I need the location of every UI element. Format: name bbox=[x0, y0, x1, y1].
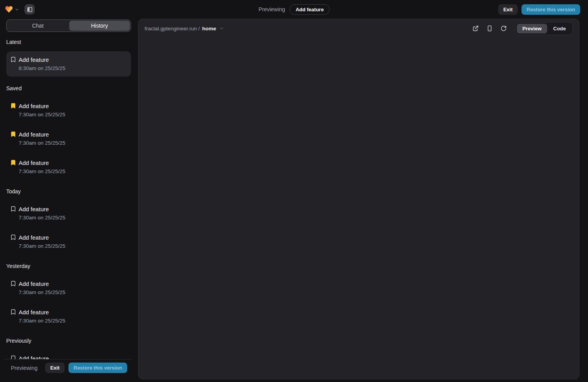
version-title: Add feature bbox=[19, 130, 127, 139]
tab-code[interactable]: Code bbox=[548, 24, 572, 33]
preview-content[interactable] bbox=[138, 38, 579, 379]
chevron-down-icon bbox=[15, 7, 19, 12]
workspace-menu[interactable] bbox=[5, 5, 19, 14]
bookmark-filled-icon[interactable] bbox=[10, 159, 16, 166]
bookmark-icon[interactable] bbox=[10, 206, 16, 212]
version-time: 7:30am on 25/25/25 bbox=[19, 139, 127, 147]
breadcrumb[interactable]: fractal.gptengineer.run / home bbox=[145, 26, 224, 32]
restore-version-button-footer[interactable]: Restore this version bbox=[68, 363, 127, 373]
list-item[interactable]: Add feature 7:30am on 25/25/25 bbox=[6, 229, 131, 254]
previewing-status: Previewing bbox=[11, 365, 37, 371]
bookmark-icon[interactable] bbox=[10, 355, 16, 359]
version-time: 7:30am on 25/25/25 bbox=[19, 317, 127, 325]
bookmark-filled-icon[interactable] bbox=[10, 131, 16, 137]
version-time: 7:30am on 25/25/25 bbox=[19, 110, 127, 119]
bookmark-icon[interactable] bbox=[10, 234, 16, 240]
version-time: 8:30am on 25/25/25 bbox=[19, 64, 127, 73]
version-title: Add feature bbox=[19, 102, 127, 110]
sidebar-toggle-button[interactable] bbox=[24, 4, 35, 14]
top-bar: Previewing Add feature Exit Restore this… bbox=[0, 0, 588, 19]
version-badge[interactable]: Add feature bbox=[290, 4, 329, 15]
section-title-saved: Saved bbox=[6, 85, 131, 91]
bookmark-icon[interactable] bbox=[10, 309, 16, 315]
list-item[interactable]: Add feature 7:30am on 25/25/25 bbox=[6, 275, 131, 301]
section-title-previously: Previously bbox=[6, 338, 131, 344]
section-title-today: Today bbox=[6, 188, 131, 195]
section-title-yesterday: Yesterday bbox=[6, 263, 131, 269]
list-item[interactable]: Add feature 7:30am on 25/25/25 bbox=[6, 154, 131, 180]
exit-button-footer[interactable]: Exit bbox=[45, 363, 65, 373]
sidebar-tabs: Chat History bbox=[6, 19, 131, 32]
version-time: 7:30am on 25/25/25 bbox=[19, 167, 127, 176]
version-time: 7:30am on 25/25/25 bbox=[19, 288, 127, 297]
version-title: Add feature bbox=[19, 205, 127, 214]
bookmark-icon[interactable] bbox=[10, 280, 16, 287]
version-title: Add feature bbox=[19, 354, 127, 359]
tab-chat[interactable]: Chat bbox=[7, 21, 68, 31]
previewing-indicator: Previewing Add feature bbox=[259, 0, 330, 19]
history-list[interactable]: Latest Add feature 8:30am on 25/25/25 Sa… bbox=[6, 37, 131, 359]
version-title: Add feature bbox=[19, 158, 127, 167]
version-time: 7:30am on 25/25/25 bbox=[19, 214, 127, 222]
restore-version-button[interactable]: Restore this version bbox=[522, 4, 580, 15]
tab-history[interactable]: History bbox=[69, 21, 130, 31]
preview-header-actions: Preview Code bbox=[470, 22, 573, 35]
list-item[interactable]: Add feature 7:30am on 25/25/25 bbox=[6, 126, 131, 151]
version-title: Add feature bbox=[19, 233, 127, 242]
topbar-actions: Exit Restore this version bbox=[498, 4, 580, 15]
list-item[interactable]: Add feature 7:30am on 25/25/25 bbox=[6, 201, 131, 226]
breadcrumb-page: home bbox=[202, 26, 216, 32]
list-item[interactable]: Add feature 7:30am on 25/25/25 bbox=[6, 304, 131, 329]
external-link-icon bbox=[472, 25, 479, 32]
refresh-button[interactable] bbox=[498, 23, 509, 34]
list-item[interactable]: Add feature 8:30am on 25/25/25 bbox=[6, 51, 131, 77]
version-title: Add feature bbox=[19, 308, 127, 317]
view-mode-toggle: Preview Code bbox=[515, 22, 573, 35]
version-title: Add feature bbox=[19, 279, 127, 288]
list-item[interactable]: Add feature 7:30am on 25/25/25 bbox=[6, 98, 131, 123]
bookmark-filled-icon[interactable] bbox=[10, 103, 16, 109]
breadcrumb-domain: fractal.gptengineer.run / bbox=[145, 26, 200, 32]
panel-left-icon bbox=[27, 7, 33, 12]
mobile-view-button[interactable] bbox=[484, 23, 495, 34]
history-sidebar: Chat History Latest Add feature 8:30am o… bbox=[6, 19, 131, 376]
sidebar-footer: Previewing Exit Restore this version bbox=[4, 359, 132, 376]
exit-button[interactable]: Exit bbox=[498, 4, 518, 15]
section-title-latest: Latest bbox=[6, 39, 131, 45]
list-item[interactable]: Add feature 7:30am on 25/25/25 bbox=[6, 350, 131, 359]
refresh-icon bbox=[500, 25, 507, 32]
tab-preview[interactable]: Preview bbox=[517, 24, 547, 33]
bookmark-icon[interactable] bbox=[10, 56, 16, 63]
lovable-heart-icon bbox=[5, 5, 13, 14]
version-title: Add feature bbox=[19, 55, 127, 64]
open-in-new-tab-button[interactable] bbox=[470, 23, 481, 34]
preview-header: fractal.gptengineer.run / home bbox=[138, 19, 579, 38]
smartphone-icon bbox=[486, 25, 493, 32]
preview-panel: fractal.gptengineer.run / home bbox=[138, 19, 579, 379]
version-time: 7:30am on 25/25/25 bbox=[19, 242, 127, 251]
previewing-label: Previewing bbox=[259, 6, 285, 12]
chevron-down-icon bbox=[219, 26, 224, 31]
